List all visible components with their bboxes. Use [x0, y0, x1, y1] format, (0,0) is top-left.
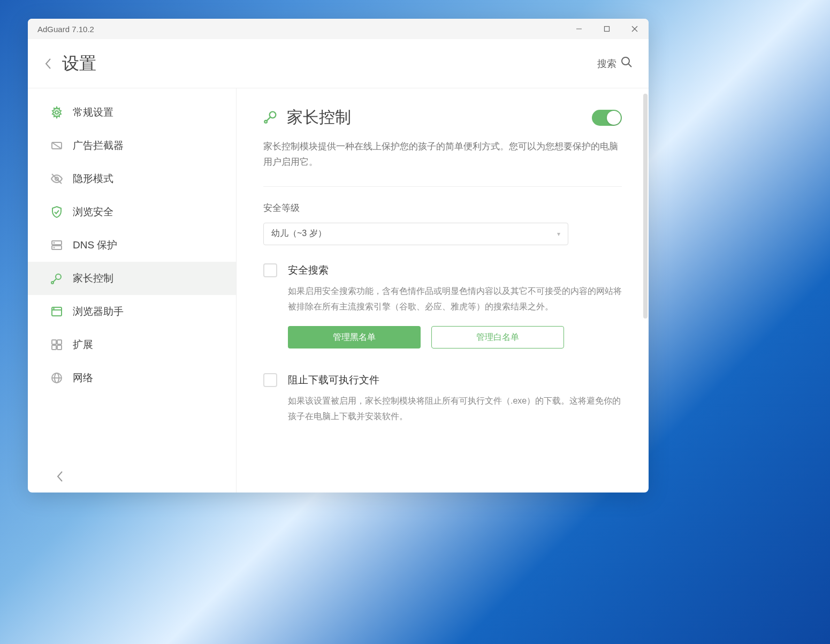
- chevron-down-icon: ▾: [557, 230, 560, 238]
- sidebar-item-label: 家长控制: [73, 271, 113, 285]
- server-icon: [50, 239, 63, 252]
- page-title: 设置: [62, 52, 96, 75]
- svg-point-13: [54, 243, 55, 243]
- safety-level-select[interactable]: 幼儿（~3 岁） ▾: [263, 223, 568, 245]
- sidebar-item-label: 浏览器助手: [73, 305, 124, 319]
- gear-icon: [50, 106, 63, 119]
- safety-level-label: 安全等级: [263, 202, 622, 214]
- manage-blacklist-button[interactable]: 管理黑名单: [288, 326, 421, 348]
- block-exe-desc: 如果该设置被启用，家长控制模块将阻止所有可执行文件（.exe）的下载。这将避免你…: [288, 393, 622, 425]
- svg-point-6: [55, 111, 58, 114]
- sidebar-item-parental[interactable]: 家长控制: [28, 262, 236, 295]
- svg-rect-1: [605, 27, 610, 32]
- svg-point-14: [54, 247, 55, 248]
- scrollbar[interactable]: [643, 94, 648, 487]
- body: 常规设置 广告拦截器 隐形模式 浏览安全: [28, 88, 649, 493]
- maximize-button[interactable]: [593, 19, 621, 39]
- svg-point-17: [51, 282, 54, 284]
- svg-point-20: [54, 308, 54, 309]
- divider: [263, 186, 622, 187]
- section-header: 家长控制: [263, 107, 622, 128]
- safe-search-row: 安全搜索 如果启用安全搜索功能，含有色情作品或明显色情内容以及其它不可接受的内容…: [263, 263, 622, 368]
- search-button[interactable]: 搜索: [597, 56, 633, 71]
- sidebar-item-label: 常规设置: [73, 105, 113, 119]
- section-description: 家长控制模块提供一种在线上保护您的孩子的简单便利方式。您可以为您想要保护的电脑用…: [263, 139, 622, 170]
- sidebar-item-browsing-security[interactable]: 浏览安全: [28, 195, 236, 229]
- svg-rect-24: [57, 345, 62, 350]
- sidebar-item-general[interactable]: 常规设置: [28, 96, 236, 129]
- button-row: 管理黑名单 管理白名单: [288, 326, 622, 348]
- svg-point-15: [56, 274, 61, 279]
- select-value: 幼儿（~3 岁）: [271, 228, 326, 239]
- manage-whitelist-button[interactable]: 管理白名单: [431, 326, 564, 348]
- toggle-knob: [607, 111, 621, 125]
- svg-rect-21: [52, 340, 56, 344]
- minimize-button[interactable]: [565, 19, 593, 39]
- scrollbar-thumb[interactable]: [643, 94, 648, 319]
- close-button[interactable]: [621, 19, 649, 39]
- window-title: AdGuard 7.10.2: [37, 25, 94, 34]
- app-window: AdGuard 7.10.2 设置 搜索: [28, 19, 649, 493]
- safe-search-title: 安全搜索: [288, 263, 622, 277]
- sidebar-item-label: 广告拦截器: [73, 139, 124, 153]
- block-exe-checkbox[interactable]: [263, 373, 277, 387]
- safe-search-checkbox[interactable]: [263, 263, 277, 277]
- sidebar-item-label: 隐形模式: [73, 172, 113, 186]
- sidebar-item-label: 浏览安全: [73, 205, 113, 219]
- sidebar-item-extensions[interactable]: 扩展: [28, 328, 236, 361]
- titlebar: AdGuard 7.10.2: [28, 19, 649, 39]
- collapse-sidebar-button[interactable]: [50, 467, 70, 486]
- back-button[interactable]: [39, 54, 58, 73]
- eye-off-icon: [50, 172, 63, 185]
- sidebar-item-label: 网络: [73, 371, 93, 385]
- window-controls: [565, 19, 649, 39]
- sidebar-item-stealth[interactable]: 隐形模式: [28, 162, 236, 195]
- block-exe-row: 阻止下载可执行文件 如果该设置被启用，家长控制模块将阻止所有可执行文件（.exe…: [263, 373, 622, 436]
- sidebar: 常规设置 广告拦截器 隐形模式 浏览安全: [28, 88, 237, 493]
- sidebar-item-assistant[interactable]: 浏览器助手: [28, 295, 236, 328]
- svg-line-5: [629, 64, 632, 67]
- svg-point-30: [264, 120, 267, 123]
- page-header: 设置 搜索: [28, 39, 649, 88]
- sidebar-item-dns[interactable]: DNS 保护: [28, 229, 236, 262]
- search-icon: [621, 56, 633, 71]
- adblock-icon: [50, 139, 63, 152]
- rattle-icon: [50, 272, 63, 285]
- section-title: 家长控制: [287, 107, 583, 128]
- rattle-icon: [263, 109, 278, 126]
- sidebar-item-adblocker[interactable]: 广告拦截器: [28, 129, 236, 162]
- svg-rect-22: [57, 340, 62, 344]
- svg-line-8: [52, 142, 62, 149]
- sidebar-item-label: 扩展: [73, 338, 93, 352]
- sidebar-item-network[interactable]: 网络: [28, 361, 236, 395]
- safe-search-desc: 如果启用安全搜索功能，含有色情作品或明显色情内容以及其它不可接受的内容的网站将被…: [288, 284, 622, 315]
- sidebar-item-label: DNS 保护: [73, 238, 117, 252]
- main-content: 家长控制 家长控制模块提供一种在线上保护您的孩子的简单便利方式。您可以为您想要保…: [237, 88, 649, 493]
- svg-point-4: [622, 57, 629, 65]
- svg-point-28: [270, 111, 276, 118]
- search-label: 搜索: [597, 57, 616, 70]
- parental-control-toggle[interactable]: [592, 110, 622, 126]
- browser-icon: [50, 305, 63, 318]
- globe-icon: [50, 372, 63, 384]
- block-exe-title: 阻止下载可执行文件: [288, 373, 622, 387]
- shield-check-icon: [50, 206, 63, 218]
- svg-rect-23: [52, 345, 56, 350]
- grid-icon: [50, 338, 63, 351]
